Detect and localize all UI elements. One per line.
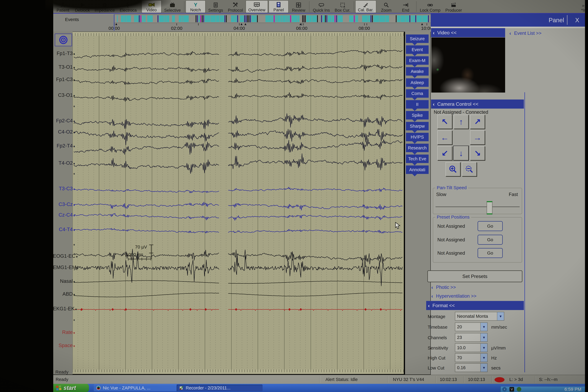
diamond-icon: ♦	[73, 318, 75, 322]
tag-event[interactable]: Event	[406, 45, 428, 54]
camera-control-header[interactable]: ‹ Camera Control <<	[431, 100, 524, 108]
channel-label: Space♦	[53, 342, 75, 348]
preset-go-button[interactable]: Go	[478, 235, 503, 245]
tag-hv-ps[interactable]: HV/PS	[406, 133, 428, 141]
panel-button[interactable]: Panel	[268, 0, 288, 13]
zoom-button[interactable]: Zoom	[376, 0, 396, 13]
tag-asleep[interactable]: Asleep	[406, 78, 428, 87]
quick-ins-button[interactable]: Quick Ins	[310, 0, 332, 13]
high-cut-dropdown[interactable]: 70▾	[455, 353, 488, 362]
channels-dropdown[interactable]: 23▾	[455, 333, 488, 342]
target-button[interactable]	[55, 34, 72, 46]
set-presets-button[interactable]: Set Presets	[428, 270, 522, 282]
tag-coma[interactable]: Coma	[406, 89, 428, 98]
camera-up-right-button[interactable]: ↗	[470, 115, 485, 129]
hyperventilation-link[interactable]: ‹ Hyperventilation >>	[431, 293, 476, 299]
photo-dark-blob	[45, 0, 171, 14]
pan-tilt-slider-thumb[interactable]	[487, 201, 492, 214]
nicvue-app-icon	[96, 385, 101, 390]
tray-app-icon[interactable]: V	[510, 387, 514, 392]
tag-research[interactable]: Research	[406, 144, 428, 152]
magnifier-icon	[384, 2, 389, 8]
notch-button[interactable]: Y Notch	[186, 0, 206, 13]
camera-up-left-button[interactable]: ↖	[437, 115, 452, 129]
camera-up-button[interactable]: ↑	[454, 115, 468, 129]
svg-text:1000 ms: 1000 ms	[126, 252, 143, 257]
tag-spike[interactable]: Spike	[406, 111, 428, 120]
events-density-bar[interactable]	[114, 14, 431, 23]
event-list-link[interactable]: ‹ Event List >>	[509, 30, 542, 36]
camera-right-button[interactable]: →	[470, 130, 485, 144]
protocol-button[interactable]: Protocol	[226, 0, 245, 13]
tag-sharpw[interactable]: Sharpw	[406, 122, 428, 130]
chevron-left-icon: ‹	[431, 284, 433, 290]
windows-logo-icon	[55, 384, 62, 391]
chevron-down-icon: ▾	[480, 344, 487, 352]
tray-collapse-icon[interactable]: ‹	[502, 387, 507, 392]
camera-left-button[interactable]: ←	[437, 130, 452, 144]
event-marker-icon: ▲	[240, 22, 243, 26]
panel-titlebar: Panel X	[431, 14, 585, 26]
review-button[interactable]: Review	[289, 0, 308, 13]
l-status: L: > 3d	[509, 377, 523, 382]
toolbar-separator	[309, 1, 310, 12]
start-button[interactable]: start	[53, 384, 89, 392]
tag-annotation[interactable]: Annotati	[406, 166, 428, 174]
chevron-left-icon: ‹	[433, 30, 434, 36]
panel-top-strip	[431, 26, 585, 28]
recorder-app-icon	[179, 385, 184, 390]
sensitivity-dropdown[interactable]: 10.0▾	[455, 343, 488, 352]
camera-down-left-button[interactable]: ↙	[437, 146, 452, 160]
camera-down-button[interactable]: ↓	[454, 146, 468, 160]
pan-tilt-slider-track[interactable]	[436, 206, 520, 207]
close-icon[interactable]: X	[575, 17, 579, 24]
event-tick	[366, 23, 367, 26]
preset-go-button[interactable]: Go	[478, 248, 503, 258]
waveform-box-icon	[254, 2, 260, 8]
tag-awake[interactable]: Awake	[406, 67, 428, 76]
end-button[interactable]: End	[396, 0, 415, 13]
photic-link[interactable]: ‹ Photic >>	[431, 284, 456, 290]
photo-dark-edge	[585, 0, 588, 392]
task-recorder[interactable]: Recorder - 2/23/2011...	[177, 384, 262, 391]
zoom-in-icon	[449, 165, 457, 174]
tray-network-icon[interactable]	[517, 387, 521, 392]
task-nicvue[interactable]: Nic Vue - ZAPPULLA, ...	[94, 384, 177, 391]
tag-exam-m[interactable]: Exam-M	[406, 56, 428, 65]
timebase-dropdown[interactable]: 20▾	[455, 322, 488, 331]
tag-ii[interactable]: II	[406, 100, 428, 108]
chevron-down-icon: ▾	[480, 354, 487, 362]
channel-label: ♦	[53, 103, 75, 108]
low-cut-dropdown[interactable]: 0.16▾	[455, 363, 488, 372]
zoom-out-icon	[465, 165, 474, 174]
tag-seizure[interactable]: Seizure	[406, 34, 428, 43]
chevron-down-icon: ▾	[480, 364, 487, 372]
diamond-icon: ♦	[73, 162, 75, 166]
camera-down-right-button[interactable]: ↘	[470, 146, 485, 160]
eeg-chart[interactable]: 70 µV1000 ms	[72, 32, 404, 374]
system-tray[interactable]: ‹ V 6:59 PM	[500, 386, 585, 392]
settings-button[interactable]: Settings	[206, 0, 226, 13]
camera-zoom-in-button[interactable]	[446, 162, 460, 176]
format-section-header[interactable]: ‹ Format <<	[426, 301, 524, 310]
pan-tilt-title: Pan-Tilt Speed	[435, 185, 468, 190]
producer-button[interactable]: Producer	[443, 0, 464, 13]
preset-go-button[interactable]: Go	[478, 221, 503, 231]
overview-button[interactable]: Overview	[246, 0, 268, 13]
record-time: 10:02:13	[440, 377, 457, 382]
chevron-down-icon: ▾	[480, 323, 487, 331]
cal-bar-button[interactable]: Cal. Bar.	[355, 0, 376, 13]
dashed-box-icon	[340, 2, 346, 8]
low-cut-unit: secs	[491, 366, 500, 370]
bullseye-icon	[58, 35, 68, 45]
time-ruler[interactable]: 00:0002:0004:0006:0008:0010:00▲▲▲▲▲	[114, 23, 430, 31]
camera-zoom-out-button[interactable]	[462, 162, 477, 176]
box-cursor-button[interactable]: Box Cur.	[332, 0, 353, 13]
slider-slow-label: Slow	[436, 192, 446, 197]
lock-comp-button[interactable]: Lock Comp	[418, 0, 443, 13]
diamond-icon: ♦	[73, 144, 75, 148]
video-section-header[interactable]: ‹ Video <<	[431, 28, 505, 37]
tag-tech-eve[interactable]: Tech Eve	[406, 154, 428, 163]
clapperboard-icon	[450, 2, 456, 8]
montage-dropdown[interactable]: Neonatal Monta▾	[455, 312, 504, 320]
